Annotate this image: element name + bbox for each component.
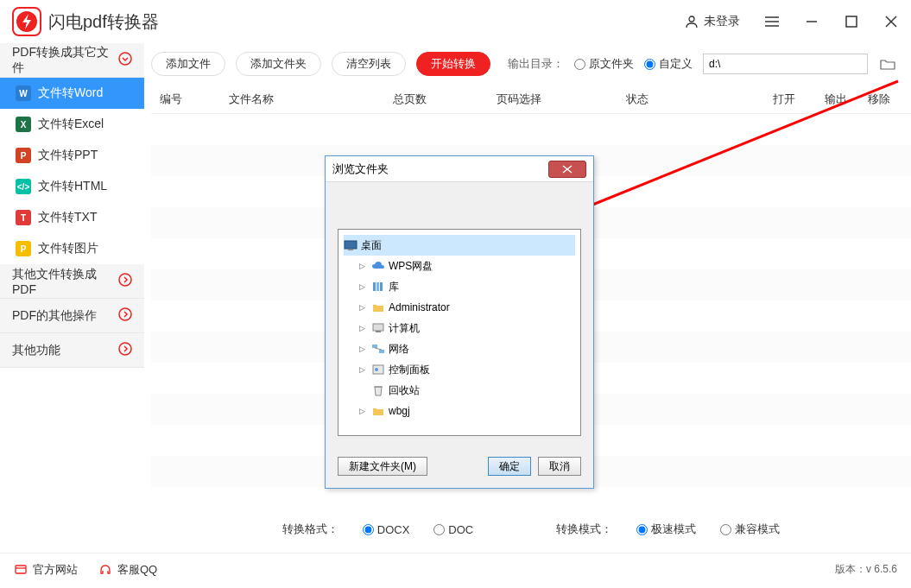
expand-icon[interactable]: ▷ [359,365,368,374]
titlebar: 闪电pdf转换器 未登录 [0,0,911,43]
col-output: 输出 [825,92,868,107]
sidebar-item-label: 文件转图片 [38,241,98,256]
app-logo-icon [12,7,41,36]
svg-rect-25 [376,331,381,332]
word-icon: W [16,85,31,101]
tree-item-admin[interactable]: ▷Administrator [344,297,575,318]
col-status: 状态 [626,92,773,107]
tree-item-control-panel[interactable]: ▷控制面板 [344,359,575,380]
svg-rect-27 [379,350,384,353]
sidebar-item-txt[interactable]: T文件转TXT [0,202,144,233]
new-folder-button[interactable]: 新建文件夹(M) [338,457,427,476]
computer-icon [371,322,385,334]
folder-tree[interactable]: 桌面 ▷WPS网盘 ▷库 ▷Administrator ▷计算机 ▷网络 ▷控制… [338,229,581,436]
menu-button[interactable] [764,14,780,29]
chevron-down-icon [118,52,132,68]
expand-icon[interactable]: ▷ [359,345,368,353]
toolbar: 添加文件 添加文件夹 清空列表 开始转换 输出目录： 原文件夹 自定义 [151,43,911,85]
app-title: 闪电pdf转换器 [48,10,159,34]
chevron-right-icon [118,273,132,289]
output-path-input[interactable] [703,54,868,74]
svg-rect-14 [16,566,26,573]
sidebar-group-other-functions[interactable]: 其他功能 [0,333,144,368]
tree-item-desktop[interactable]: 桌面 [344,235,575,256]
col-remove: 移除 [868,92,911,107]
col-open: 打开 [773,92,825,107]
col-range: 页码选择 [497,92,626,107]
user-folder-icon [371,301,385,313]
clear-list-button[interactable]: 清空列表 [332,52,406,76]
login-button[interactable]: 未登录 [685,14,740,29]
bottom-options: 转换格式： DOCX DOC 转换模式： 极速模式 兼容模式 [151,506,911,553]
sidebar-item-ppt[interactable]: P文件转PPT [0,140,144,171]
radio-custom-folder[interactable]: 自定义 [644,56,693,72]
group-label: 其他功能 [12,343,60,358]
expand-icon[interactable]: ▷ [359,262,368,270]
tree-item-library[interactable]: ▷库 [344,276,575,297]
footer: 官方网站 客服QQ 版本：v 6.5.6 [0,553,911,585]
sidebar-group-other-to-pdf[interactable]: 其他文件转换成PDF [0,264,144,299]
svg-rect-22 [376,282,379,291]
radio-doc[interactable]: DOC [433,523,473,536]
headset-icon [98,563,112,577]
sidebar-item-label: 文件转Word [38,85,103,101]
close-button[interactable] [883,14,899,29]
expand-icon[interactable]: ▷ [359,303,368,312]
sidebar-item-html[interactable]: </>文件转HTML [0,171,144,202]
ok-button[interactable]: 确定 [488,457,531,476]
svg-rect-26 [372,345,377,348]
ppt-icon: P [16,148,31,163]
sidebar-item-label: 文件转HTML [38,179,107,194]
tree-item-computer[interactable]: ▷计算机 [344,318,575,338]
start-convert-button[interactable]: 开始转换 [416,52,490,76]
tree-item-recycle[interactable]: 回收站 [344,380,575,401]
sidebar-group-pdf-other-ops[interactable]: PDF的其他操作 [0,299,144,333]
radio-docx[interactable]: DOCX [363,523,410,536]
svg-point-30 [375,368,378,371]
expand-icon[interactable]: ▷ [359,407,368,415]
add-file-button[interactable]: 添加文件 [151,52,225,76]
group-label: 其他文件转换成PDF [12,267,118,296]
tree-item-network[interactable]: ▷网络 [344,338,575,359]
chevron-right-icon [118,307,132,324]
svg-point-12 [119,308,131,320]
qq-support-link[interactable]: 客服QQ [98,562,157,578]
control-panel-icon [371,364,385,376]
col-pages: 总页数 [393,92,497,107]
user-icon [685,15,699,28]
sidebar-item-image[interactable]: P文件转图片 [0,233,144,264]
tree-item-wbgj[interactable]: ▷wbgj [344,401,575,421]
expand-icon[interactable]: ▷ [359,324,368,332]
svg-rect-21 [373,282,376,291]
output-dir-label: 输出目录： [508,56,564,72]
svg-rect-23 [380,282,383,291]
expand-icon[interactable]: ▷ [359,282,368,291]
excel-icon: X [16,117,31,132]
radio-compat-mode[interactable]: 兼容模式 [720,522,780,537]
radio-fast-mode[interactable]: 极速模式 [636,522,696,537]
radio-source-folder[interactable]: 原文件夹 [574,56,634,72]
svg-point-13 [119,343,131,355]
sidebar: PDF转换成其它文件 W文件转Word X文件转Excel P文件转PPT </… [0,43,144,553]
browse-folder-button[interactable] [878,54,897,73]
sidebar-item-label: 文件转Excel [38,117,104,132]
sidebar-item-excel[interactable]: X文件转Excel [0,109,144,140]
dialog-close-button[interactable] [548,161,586,178]
version-text: 版本：v 6.5.6 [835,562,897,577]
tree-item-wps[interactable]: ▷WPS网盘 [344,256,575,276]
sidebar-group-pdf-to-other[interactable]: PDF转换成其它文件 [0,43,144,78]
sidebar-item-word[interactable]: W文件转Word [0,78,144,109]
globe-icon [14,563,28,577]
recycle-bin-icon [371,384,385,396]
login-label: 未登录 [704,14,740,29]
chevron-right-icon [118,342,132,358]
html-icon: </> [16,179,31,194]
add-folder-button[interactable]: 添加文件夹 [236,52,321,76]
svg-rect-20 [348,249,353,250]
maximize-button[interactable] [844,14,859,29]
mode-label: 转换模式： [556,522,612,537]
library-icon [371,281,385,293]
cancel-button[interactable]: 取消 [538,457,581,476]
minimize-button[interactable] [804,14,819,29]
official-site-link[interactable]: 官方网站 [14,562,78,578]
